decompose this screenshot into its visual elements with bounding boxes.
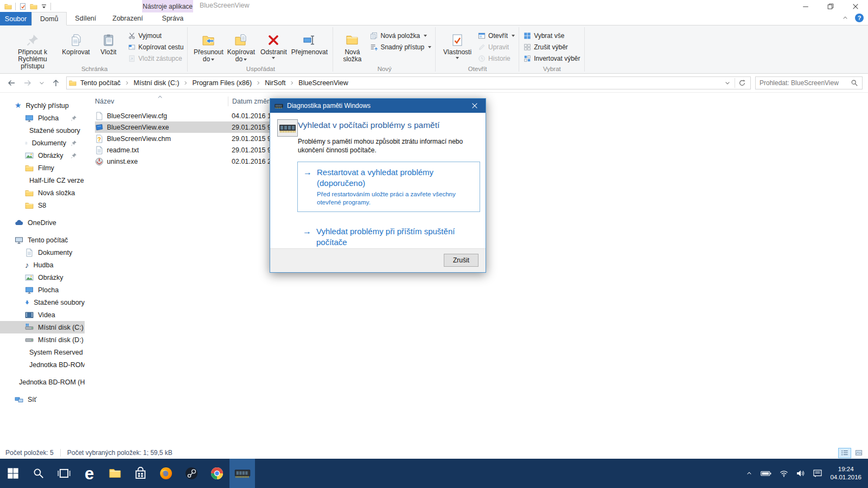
edge-icon[interactable] [76,459,102,488]
sidebar-item-half-life[interactable]: Half-Life CZ verze 1 [0,174,85,187]
memory-diagnostic-taskbar-icon[interactable] [229,459,255,488]
cut-button[interactable]: Vyjmout [128,31,183,40]
tab-manage[interactable]: Správa [151,12,195,25]
copy-button[interactable]: Kopírovat [60,27,92,70]
tab-file[interactable]: Soubor [0,12,31,25]
firefox-icon[interactable] [153,459,178,488]
back-button[interactable] [5,77,17,89]
sidebar-item-system-reserved[interactable]: System Reserved (E: [0,346,85,358]
sidebar-item-pc-obrazky[interactable]: Obrázky [0,271,85,284]
breadcrumb-bluescreenview[interactable]: BlueScreenView [296,79,351,87]
address-bar[interactable]: Tento počítač Místní disk (C:) Program F… [66,76,751,89]
sidebar-item-bdrom-drive[interactable]: Jednotka BD-ROM ( [0,358,85,371]
qat-properties-button[interactable] [19,3,27,10]
sidebar-item-filmy[interactable]: Filmy [0,162,85,174]
paste-shortcut-button[interactable]: Vložit zástupce [128,54,183,62]
up-button[interactable] [50,77,62,89]
file-row-uninst[interactable]: uninst.exe 02.01.2016 23 [95,156,282,167]
cancel-button[interactable]: Zrušit [444,254,478,267]
battery-icon[interactable] [761,470,771,477]
thumbnails-view-button[interactable] [852,448,865,458]
open-button[interactable]: Otevřít [478,31,515,40]
action-center-icon[interactable] [813,470,822,478]
delete-button[interactable]: Odstranit [257,27,290,63]
sidebar-item-nova-slozka[interactable]: Nová složka [0,187,85,199]
restore-button[interactable] [818,0,843,12]
sidebar-this-pc[interactable]: Tento počítač [0,234,85,246]
tray-expand-icon[interactable] [746,470,752,477]
copy-to-button[interactable]: Kopírovat do [225,27,257,63]
taskbar-clock[interactable]: 19:24 04.01.2016 [830,465,861,481]
close-button[interactable] [843,0,868,12]
dialog-close-button[interactable] [464,99,486,113]
breadcrumb-nirsoft[interactable]: NirSoft [262,79,288,87]
file-explorer-icon[interactable] [102,459,127,488]
chrome-icon[interactable] [204,459,229,488]
breadcrumb-local-disk[interactable]: Místní disk (C:) [131,79,182,87]
sidebar-item-stazene-soubory[interactable]: Stažené soubory [0,124,85,137]
refresh-button[interactable] [736,77,748,89]
column-header-date[interactable]: Datum změn [232,98,271,105]
check-on-next-boot-option[interactable]: Vyhledat problémy při příštím spuštění p… [297,221,480,252]
rename-button[interactable]: Přejmenovat [290,27,329,63]
sidebar-item-s8[interactable]: S8 [0,199,85,211]
volume-icon[interactable] [796,470,805,477]
taskbar-search-button[interactable] [25,459,51,488]
history-button[interactable]: Historie [478,54,515,62]
column-divider[interactable] [228,97,228,106]
file-row-readme[interactable]: readme.txt 29.01.2015 9: [95,144,282,156]
pin-to-quick-access-button[interactable]: Připnout k Rychlému přístupu [5,27,60,70]
sidebar-item-pc-plocha[interactable]: Plocha [0,284,85,296]
sidebar-item-pc-hudba[interactable]: Hudba [0,259,85,271]
paste-button[interactable]: Vložit [92,27,125,70]
sidebar-item-obrazky[interactable]: Obrázky [0,149,85,162]
sidebar-item-pc-dokumenty[interactable]: Dokumenty [0,246,85,259]
sidebar-item-dokumenty[interactable]: Dokumenty [0,137,85,149]
restart-and-check-option[interactable]: Restartovat a vyhledat problémy (doporuč… [297,162,480,212]
select-none-button[interactable]: Zrušit výběr [524,43,580,51]
new-folder-button[interactable]: Nová složka [337,27,367,63]
sidebar-onedrive[interactable]: OneDrive [0,216,85,229]
sidebar-item-pc-videa[interactable]: Videa [0,309,85,321]
file-row-cfg[interactable]: BlueScreenView.cfg 04.01.2016 18 [95,110,282,121]
sidebar-network[interactable]: Síť [0,393,85,406]
sidebar-bdrom[interactable]: Jednotka BD-ROM (H [0,376,85,388]
tab-home[interactable]: Domů [31,12,67,25]
search-box[interactable] [755,76,863,89]
wifi-icon[interactable] [780,470,788,477]
store-icon[interactable] [127,459,153,488]
help-icon[interactable] [855,14,864,22]
start-button[interactable] [0,459,25,488]
move-to-button[interactable]: Přesunout do [192,27,225,63]
search-input[interactable] [760,79,851,87]
file-row-chm[interactable]: BlueScreenView.chm 29.01.2015 9: [95,133,282,144]
sidebar-quick-access[interactable]: Rychlý přístup [0,99,85,112]
file-row-exe[interactable]: BlueScreenView.exe 29.01.2015 9: [95,121,282,133]
properties-button[interactable]: Vlastnosti [440,27,475,62]
forward-button[interactable] [22,77,34,89]
tab-view[interactable]: Zobrazení [104,12,151,25]
task-view-button[interactable] [51,459,76,488]
breadcrumb-this-pc[interactable]: Tento počítač [78,79,123,87]
sidebar-item-local-disk-d[interactable]: Místní disk (D:) [0,333,85,346]
sidebar-item-plocha[interactable]: Plocha [0,112,85,124]
column-header-name[interactable]: Název [95,98,232,105]
minimize-button[interactable] [793,0,818,12]
address-dropdown-button[interactable] [722,77,733,89]
select-all-button[interactable]: Vybrat vše [524,31,580,40]
invert-selection-button[interactable]: Invertovat výběr [524,54,580,62]
new-item-button[interactable]: Nová položka [370,31,431,40]
sidebar-item-local-disk-c[interactable]: Místní disk (C:) [0,321,85,333]
collapse-ribbon-button[interactable] [842,15,848,21]
edit-button[interactable]: Upravit [478,43,515,51]
steam-icon[interactable] [178,459,204,488]
sidebar-item-pc-stazene[interactable]: Stažené soubory [0,296,85,309]
details-view-button[interactable] [838,448,851,458]
recent-locations-button[interactable] [38,77,46,89]
qat-customize-button[interactable] [41,3,47,10]
easy-access-button[interactable]: Snadný přístup [370,43,431,51]
breadcrumb-program-files[interactable]: Program Files (x86) [189,79,254,87]
qat-new-folder-button[interactable] [30,3,37,10]
tab-share[interactable]: Sdílení [67,12,104,25]
copy-path-button[interactable]: Kopírovat cestu [128,43,183,51]
